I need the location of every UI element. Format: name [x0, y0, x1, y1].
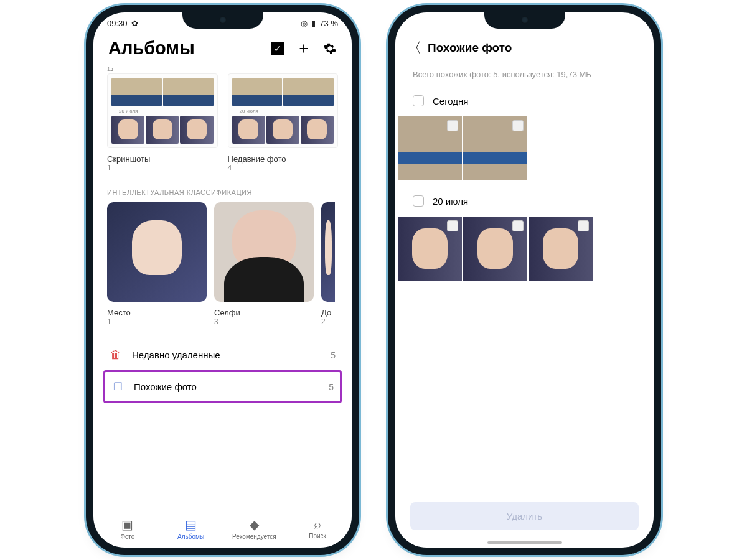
- album-screenshots[interactable]: 20 июля Скриншоты 1: [107, 73, 218, 172]
- photo-item[interactable]: [463, 217, 527, 281]
- date-group-july20[interactable]: 20 июля: [398, 189, 651, 213]
- notch: [182, 12, 263, 29]
- photo-item[interactable]: [529, 217, 593, 281]
- smart-album-cut[interactable]: До 2: [321, 202, 335, 326]
- photo-grid-today: [398, 113, 651, 189]
- trash-icon: 🗑: [110, 348, 122, 362]
- smart-album-place[interactable]: Место 1: [107, 202, 207, 326]
- photos-icon: ▣: [121, 517, 133, 532]
- back-button[interactable]: 〈: [408, 39, 421, 57]
- add-album-button[interactable]: [297, 42, 311, 55]
- page-title: Похожие фото: [428, 41, 512, 55]
- photo-item[interactable]: [463, 116, 527, 180]
- diamond-icon: ◆: [250, 517, 259, 532]
- similar-photos-row[interactable]: ❐ Похожие фото 5: [103, 370, 342, 403]
- checkbox[interactable]: [413, 195, 424, 207]
- nav-photos[interactable]: ▣ Фото: [96, 517, 159, 540]
- summary-text: Всего похожих фото: 5, используется: 19,…: [398, 66, 651, 89]
- battery-icon: ▮: [311, 19, 316, 28]
- duplicate-icon: ❐: [111, 381, 124, 393]
- photo-item[interactable]: [398, 217, 462, 281]
- phone-right: 〈 Похожие фото Всего похожих фото: 5, ис…: [395, 12, 654, 548]
- photo-grid-july20: [398, 213, 651, 289]
- checkbox[interactable]: [413, 95, 424, 106]
- checkbox[interactable]: [512, 220, 524, 231]
- section-smart-classification: ИНТЕЛЛЕКТУАЛЬНАЯ КЛАССИФИКАЦИЯ: [107, 189, 338, 196]
- nav-recommended[interactable]: ◆ Рекомендуется: [223, 517, 286, 540]
- albums-header: Альбомы ✓: [96, 30, 349, 66]
- smart-row: Место 1 Селфи 3 До 2: [107, 202, 338, 326]
- status-time: 09:30: [107, 19, 128, 28]
- phone-left: 09:30 ✿ ◎ ▮ 73 % Альбомы ✓ 1ב 20 июля: [93, 12, 352, 548]
- vibrate-icon: ◎: [301, 19, 308, 28]
- albums-row: 20 июля Скриншоты 1 20 июля Недавние фот…: [107, 73, 338, 172]
- settings-small-icon: ✿: [131, 19, 138, 28]
- album-count: 1: [107, 164, 218, 172]
- detail-header: 〈 Похожие фото: [398, 30, 651, 66]
- notch: [484, 12, 565, 29]
- nav-search[interactable]: ⌕ Поиск: [286, 517, 349, 540]
- checkbox[interactable]: [447, 220, 458, 231]
- search-icon: ⌕: [314, 517, 321, 531]
- album-recent[interactable]: 20 июля Недавние фото 4: [228, 73, 339, 172]
- recently-deleted-row[interactable]: 🗑 Недавно удаленные 5: [107, 340, 338, 370]
- select-mode-button[interactable]: ✓: [271, 42, 284, 55]
- bottom-nav: ▣ Фото ▤ Альбомы ◆ Рекомендуется ⌕ Поиск: [96, 513, 349, 548]
- nav-albums[interactable]: ▤ Альбомы: [159, 517, 223, 540]
- checkbox[interactable]: [578, 220, 589, 231]
- smart-album-selfie[interactable]: Селфи 3: [214, 202, 314, 326]
- photo-item[interactable]: [398, 116, 462, 180]
- delete-button[interactable]: Удалить: [410, 502, 639, 530]
- battery-percent: 73 %: [319, 19, 338, 28]
- albums-icon: ▤: [185, 517, 197, 532]
- album-label: Скриншоты: [107, 154, 218, 164]
- checkbox[interactable]: [512, 120, 524, 131]
- home-indicator[interactable]: [487, 541, 562, 544]
- page-title: Альбомы: [108, 38, 258, 58]
- settings-button[interactable]: [323, 42, 337, 55]
- date-group-today[interactable]: Сегодня: [398, 89, 651, 113]
- album-label: Недавние фото: [228, 154, 339, 164]
- checkbox[interactable]: [447, 120, 458, 131]
- album-count: 4: [228, 164, 339, 172]
